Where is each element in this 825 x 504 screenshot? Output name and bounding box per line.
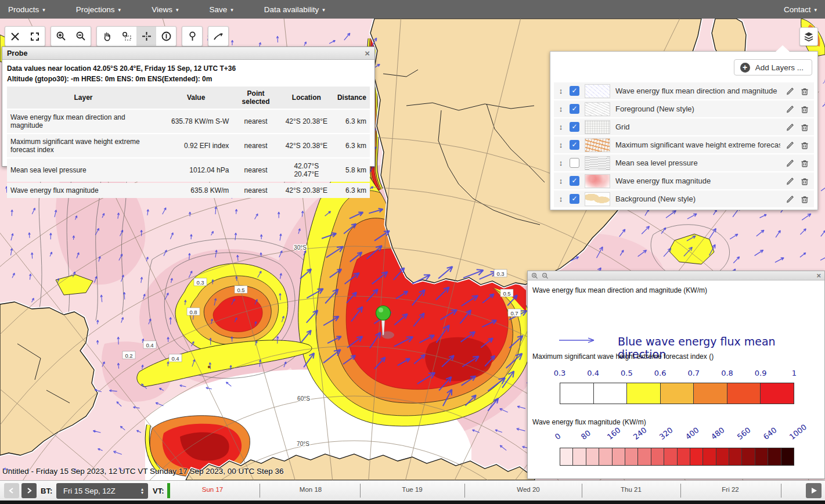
layer-visibility-checkbox[interactable]: ✓	[570, 122, 579, 132]
add-layers-button[interactable]: Add Layers ...	[734, 59, 812, 75]
magnitude-colorbar-cell	[690, 448, 703, 465]
efi-colorbar-cell	[727, 383, 761, 404]
timeline-day-mon-18[interactable]: Mon 18	[300, 486, 322, 493]
layer-visibility-checkbox[interactable]: ✓	[570, 194, 579, 204]
drag-handle-icon[interactable]: ↕	[557, 141, 564, 149]
magnitude-tick-label: 0	[553, 431, 563, 441]
edit-pencil-icon[interactable]	[786, 123, 795, 132]
menu-contact[interactable]: Contact ▾	[784, 5, 817, 14]
drag-handle-icon[interactable]: ↕	[557, 159, 564, 167]
layer-visibility-checkbox[interactable]: ✓	[570, 104, 579, 114]
timeline-day-tue-19[interactable]: Tue 19	[402, 486, 422, 493]
edit-pencil-icon[interactable]	[786, 105, 795, 114]
layer-row[interactable]: ↕✓Background (New style)	[554, 190, 814, 207]
chevron-left-icon	[8, 487, 15, 494]
edit-pencil-icon[interactable]	[786, 87, 795, 96]
menu-projections[interactable]: Projections▾	[76, 5, 121, 14]
probe-tool-button[interactable]	[136, 27, 156, 46]
map-toolbar	[5, 26, 229, 46]
zoom-out-tool-button[interactable]	[71, 27, 91, 46]
edit-pencil-icon[interactable]	[786, 177, 795, 186]
layer-visibility-checkbox[interactable]	[570, 158, 579, 168]
drag-handle-icon[interactable]: ↕	[557, 105, 564, 113]
cell-value: 1012.04 hPa	[160, 159, 232, 182]
layer-thumbnail	[585, 174, 610, 188]
path-tool-button[interactable]	[208, 27, 228, 46]
drag-handle-icon[interactable]: ↕	[557, 177, 564, 185]
delete-trash-icon[interactable]	[800, 159, 809, 168]
layer-visibility-checkbox[interactable]: ✓	[570, 86, 579, 96]
layers-toggle-button[interactable]	[799, 27, 818, 46]
close-icon[interactable]: ×	[365, 49, 370, 57]
base-time-label: BT:	[41, 487, 52, 495]
valid-time-marker[interactable]	[167, 483, 170, 498]
timeline-day-sun-17[interactable]: Sun 17	[202, 486, 223, 493]
cell-point-selected: nearest	[232, 183, 279, 198]
drag-handle-icon[interactable]: ↕	[557, 123, 564, 131]
layer-row[interactable]: ↕Mean sea level pressure	[554, 154, 814, 171]
edit-pencil-icon[interactable]	[786, 159, 795, 168]
pan-tool-button[interactable]	[97, 27, 117, 46]
layer-row[interactable]: ↕✓Wave energy flux magnitude	[554, 172, 814, 189]
magnitude-colorbar-cell	[781, 448, 794, 465]
svg-text:0.3: 0.3	[496, 271, 504, 277]
menu-save[interactable]: Save▾	[209, 5, 233, 14]
delete-trash-icon[interactable]	[800, 141, 809, 150]
probe-col-header: Layer	[7, 87, 160, 109]
svg-text:0.2: 0.2	[125, 352, 132, 359]
timeline-next-button[interactable]	[21, 483, 37, 498]
delete-trash-icon[interactable]	[800, 87, 809, 96]
timeline-separator	[582, 484, 582, 498]
legend-section3-title: Wave energy flux magnitude (KW/m)	[532, 418, 646, 426]
layer-visibility-checkbox[interactable]: ✓	[570, 140, 579, 150]
probe-panel-header[interactable]: Probe ×	[2, 47, 374, 60]
layer-visibility-checkbox[interactable]: ✓	[570, 176, 579, 186]
legend-panel-header[interactable]: ×	[528, 271, 824, 280]
info-tool-button[interactable]	[156, 27, 176, 46]
drag-handle-icon[interactable]: ↕	[557, 87, 564, 95]
box-zoom-tool-button[interactable]	[117, 27, 136, 46]
menu-products[interactable]: Products▾	[8, 5, 45, 14]
timeline-play-button[interactable]	[806, 483, 822, 498]
fullscreen-tool-button[interactable]	[25, 27, 45, 46]
menu-data-availability[interactable]: Data availability▾	[264, 5, 325, 14]
cell-layer: Wave energy flux magnitude	[7, 183, 160, 198]
layer-row[interactable]: ↕✓Wave energy flux mean direction and ma…	[554, 82, 814, 99]
timeline-day-fri-22[interactable]: Fri 22	[722, 486, 738, 493]
legend-zoom-out-icon[interactable]	[542, 272, 549, 279]
app-window: Products▾Projections▾Views▾Save▾Data ava…	[0, 0, 825, 504]
drag-handle-icon[interactable]: ↕	[557, 195, 564, 203]
delete-trash-icon[interactable]	[800, 195, 809, 204]
edit-pencil-icon[interactable]	[786, 195, 795, 204]
legend-section1-title: Wave energy flux mean direction and magn…	[532, 286, 707, 294]
menu-views[interactable]: Views▾	[152, 5, 178, 14]
edit-pencil-icon[interactable]	[786, 141, 795, 150]
timeline-day-wed-20[interactable]: Wed 20	[517, 486, 539, 493]
close-icon[interactable]: ×	[816, 272, 821, 279]
layer-row[interactable]: ↕✓Maximum significant wave height extrem…	[554, 136, 814, 153]
probe-table-body: Wave energy flux mean direction and magn…	[7, 110, 370, 198]
efi-colorbar-cell	[694, 383, 727, 404]
zoom-in-tool-button[interactable]	[51, 27, 71, 46]
efi-tick-label: 0.3	[554, 369, 566, 377]
magnitude-colorbar-cell	[638, 448, 651, 465]
base-time-select[interactable]: Fri 15 Sep, 12Z ▴▾	[56, 483, 148, 499]
chevron-down-icon: ▾	[118, 8, 121, 13]
timeline-separator	[781, 484, 781, 498]
layer-row[interactable]: ↕✓Grid	[554, 118, 814, 135]
layer-row[interactable]: ↕✓Foreground (New style)	[554, 100, 814, 117]
layer-name: Foreground (New style)	[615, 105, 780, 113]
cell-layer: Wave energy flux mean direction and magn…	[7, 110, 160, 133]
timeline-prev-button[interactable]	[4, 483, 19, 498]
timeline-day-thu-21[interactable]: Thu 21	[621, 486, 642, 493]
delete-trash-icon[interactable]	[800, 105, 809, 114]
legend-section2-title: Maximum significant wave height extreme …	[532, 352, 714, 361]
close-tool-button[interactable]	[5, 27, 25, 46]
legend-zoom-in-icon[interactable]	[531, 272, 538, 279]
pin-tool-button[interactable]	[182, 27, 202, 46]
delete-trash-icon[interactable]	[800, 177, 809, 186]
play-icon	[810, 487, 817, 494]
magnitude-tick-label: 480	[709, 426, 726, 441]
delete-trash-icon[interactable]	[800, 123, 809, 132]
cell-distance: 6.3 km	[334, 134, 370, 157]
